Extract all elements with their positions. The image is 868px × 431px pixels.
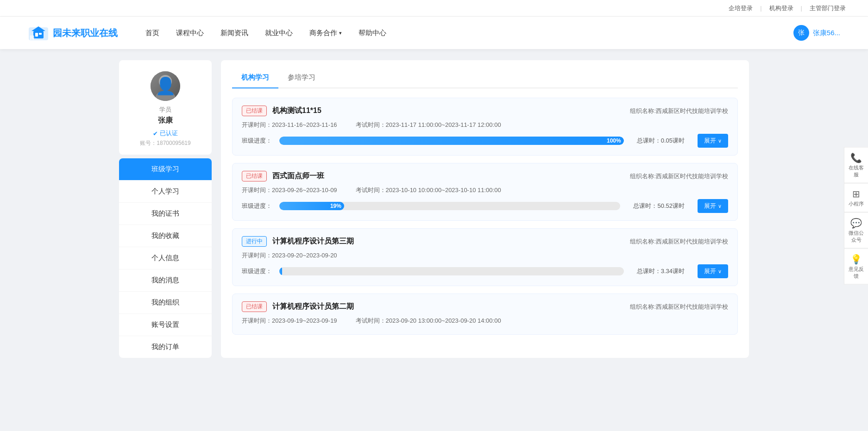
feedback-icon: 💡 bbox=[848, 253, 864, 264]
course-card-2: 进行中 计算机程序设计员第三期 组织名称:西咸新区时代技能培训学校 开课时间：2… bbox=[232, 228, 738, 286]
course-meta-3: 开课时间：2023-09-19~2023-09-19 考试时间：2023-09-… bbox=[242, 317, 728, 325]
menu-item-messages[interactable]: 我的消息 bbox=[119, 269, 212, 292]
divider-2: | bbox=[801, 5, 802, 12]
enterprise-login-link[interactable]: 企培登录 bbox=[729, 4, 753, 12]
institution-login-link[interactable]: 机构登录 bbox=[769, 4, 793, 12]
total-hours-0: 总课时：0.05课时 bbox=[637, 137, 685, 145]
course-status-1: 已结课 bbox=[242, 171, 267, 181]
course-card-1: 已结课 西式面点师一班 组织名称:西咸新区时代技能培训学校 开课时间：2023-… bbox=[232, 163, 738, 221]
nav-business[interactable]: 商务合作 bbox=[309, 29, 342, 37]
course-meta-2: 开课时间：2023-09-20~2023-09-20 bbox=[242, 251, 728, 260]
user-avatar: 张 bbox=[793, 25, 809, 41]
verified-check-icon: ✔ bbox=[153, 130, 158, 137]
header: 园 园未来职业在线 首页 课程中心 新闻资讯 就业中心 商务合作 帮助中心 张 … bbox=[0, 17, 868, 49]
float-label-3: 意见反馈 bbox=[848, 265, 864, 279]
course-meta-1: 开课时间：2023-09-26~2023-10-09 考试时间：2023-10-… bbox=[242, 186, 728, 194]
expand-button-2[interactable]: 展开 bbox=[698, 264, 728, 278]
course-title-1: 西式面点师一班 bbox=[272, 171, 630, 181]
float-wechat[interactable]: 💬 微信公众号 bbox=[844, 212, 868, 248]
user-name: 张康56... bbox=[813, 29, 840, 37]
float-label-0: 在线客服 bbox=[848, 164, 864, 178]
avatar-image bbox=[151, 71, 180, 101]
float-mini-program[interactable]: ⊞ 小程序 bbox=[844, 183, 868, 212]
progress-label-1: 班级进度： bbox=[242, 202, 272, 210]
phone-icon: 📞 bbox=[848, 152, 864, 163]
profile-phone: 账号：18700095619 bbox=[126, 139, 204, 147]
menu-item-favorites[interactable]: 我的收藏 bbox=[119, 225, 212, 247]
main-layout: 学员 张康 ✔ 已认证 账号：18700095619 班级学习 个人学习 我的证… bbox=[110, 60, 758, 358]
course-title-3: 计算机程序设计员第二期 bbox=[272, 302, 630, 312]
tab-training-study[interactable]: 参培学习 bbox=[278, 69, 325, 87]
nav-courses[interactable]: 课程中心 bbox=[176, 29, 204, 37]
qr-icon: ⊞ bbox=[848, 188, 864, 199]
progress-fill-1: 19% bbox=[279, 202, 344, 210]
sidebar-menu: 班级学习 个人学习 我的证书 我的收藏 个人信息 我的消息 我的组织 账号设置 … bbox=[119, 158, 212, 358]
content-tabs: 机构学习 参培学习 bbox=[232, 69, 738, 88]
menu-item-personal-study[interactable]: 个人学习 bbox=[119, 181, 212, 203]
progress-fill-2 bbox=[279, 267, 282, 275]
svg-point-7 bbox=[155, 91, 176, 101]
expand-button-1[interactable]: 展开 bbox=[698, 199, 728, 213]
profile-verified: ✔ 已认证 bbox=[126, 129, 204, 137]
course-title-2: 计算机程序设计员第三期 bbox=[272, 237, 630, 246]
progress-pct-1: 19% bbox=[330, 203, 341, 209]
logo[interactable]: 园 园未来职业在线 bbox=[28, 25, 118, 41]
wechat-icon: 💬 bbox=[848, 217, 864, 228]
course-progress-row-0: 班级进度： 100% 总课时：0.05课时 展开 bbox=[242, 134, 728, 148]
menu-item-class-study[interactable]: 班级学习 bbox=[119, 158, 212, 181]
total-hours-1: 总课时：50.52课时 bbox=[633, 202, 685, 210]
menu-item-orders[interactable]: 我的订单 bbox=[119, 336, 212, 358]
course-exam-time-1: 考试时间：2023-10-10 10:00:00~2023-10-10 11:0… bbox=[356, 186, 501, 194]
progress-label-0: 班级进度： bbox=[242, 137, 272, 145]
progress-bar-1: 19% bbox=[279, 202, 620, 210]
admin-login-link[interactable]: 主管部门登录 bbox=[810, 4, 846, 12]
progress-fill-0: 100% bbox=[279, 137, 624, 145]
nav-home[interactable]: 首页 bbox=[145, 29, 159, 37]
course-header-2: 进行中 计算机程序设计员第三期 组织名称:西咸新区时代技能培训学校 bbox=[242, 236, 728, 247]
course-title-0: 机构测试11*15 bbox=[272, 106, 630, 116]
float-customer-service[interactable]: 📞 在线客服 bbox=[844, 147, 868, 183]
course-progress-row-1: 班级进度： 19% 总课时：50.52课时 展开 bbox=[242, 199, 728, 213]
expand-button-0[interactable]: 展开 bbox=[698, 134, 728, 148]
progress-label-2: 班级进度： bbox=[242, 267, 272, 275]
svg-rect-3 bbox=[35, 33, 38, 37]
progress-bar-2 bbox=[279, 267, 624, 275]
float-label-1: 小程序 bbox=[848, 200, 864, 207]
main-nav: 首页 课程中心 新闻资讯 就业中心 商务合作 帮助中心 bbox=[145, 29, 793, 37]
tab-institution-study[interactable]: 机构学习 bbox=[232, 69, 278, 87]
top-bar: 企培登录 | 机构登录 | 主管部门登录 bbox=[0, 0, 868, 17]
course-header-1: 已结课 西式面点师一班 组织名称:西咸新区时代技能培训学校 bbox=[242, 171, 728, 181]
nav-help[interactable]: 帮助中心 bbox=[359, 29, 386, 37]
course-status-3: 已结课 bbox=[242, 301, 267, 312]
course-open-time-3: 开课时间：2023-09-19~2023-09-19 bbox=[242, 317, 337, 325]
total-hours-2: 总课时：3.34课时 bbox=[637, 267, 685, 275]
menu-item-certificate[interactable]: 我的证书 bbox=[119, 203, 212, 225]
sidebar: 学员 张康 ✔ 已认证 账号：18700095619 班级学习 个人学习 我的证… bbox=[119, 60, 212, 358]
divider-1: | bbox=[760, 5, 761, 12]
logo-icon: 园 bbox=[28, 25, 49, 41]
course-org-2: 组织名称:西咸新区时代技能培训学校 bbox=[630, 237, 728, 246]
nav-news[interactable]: 新闻资讯 bbox=[220, 29, 248, 37]
svg-text:园: 园 bbox=[30, 35, 34, 40]
progress-bar-0: 100% bbox=[279, 137, 624, 145]
course-status-2: 进行中 bbox=[242, 236, 267, 247]
course-header-0: 已结课 机构测试11*15 组织名称:西咸新区时代技能培训学校 bbox=[242, 106, 728, 116]
float-feedback[interactable]: 💡 意见反馈 bbox=[844, 248, 868, 284]
course-org-0: 组织名称:西咸新区时代技能培训学校 bbox=[630, 107, 728, 115]
course-open-time-1: 开课时间：2023-09-26~2023-10-09 bbox=[242, 186, 337, 194]
course-card-3: 已结课 计算机程序设计员第二期 组织名称:西咸新区时代技能培训学校 开课时间：2… bbox=[232, 294, 738, 335]
course-card-0: 已结课 机构测试11*15 组织名称:西咸新区时代技能培训学校 开课时间：202… bbox=[232, 98, 738, 156]
menu-item-organization[interactable]: 我的组织 bbox=[119, 292, 212, 314]
user-area[interactable]: 张 张康56... bbox=[793, 25, 840, 41]
nav-jobs[interactable]: 就业中心 bbox=[265, 29, 293, 37]
course-header-3: 已结课 计算机程序设计员第二期 组织名称:西咸新区时代技能培训学校 bbox=[242, 301, 728, 312]
menu-item-profile[interactable]: 个人信息 bbox=[119, 247, 212, 269]
sidebar-profile: 学员 张康 ✔ 已认证 账号：18700095619 bbox=[119, 60, 212, 155]
svg-rect-2 bbox=[33, 31, 44, 38]
profile-role: 学员 bbox=[126, 106, 204, 114]
menu-item-account[interactable]: 账号设置 bbox=[119, 314, 212, 336]
profile-name: 张康 bbox=[126, 116, 204, 125]
progress-pct-0: 100% bbox=[607, 137, 621, 144]
svg-rect-4 bbox=[39, 33, 42, 35]
course-exam-time-0: 考试时间：2023-11-17 11:00:00~2023-11-17 12:0… bbox=[356, 121, 501, 129]
